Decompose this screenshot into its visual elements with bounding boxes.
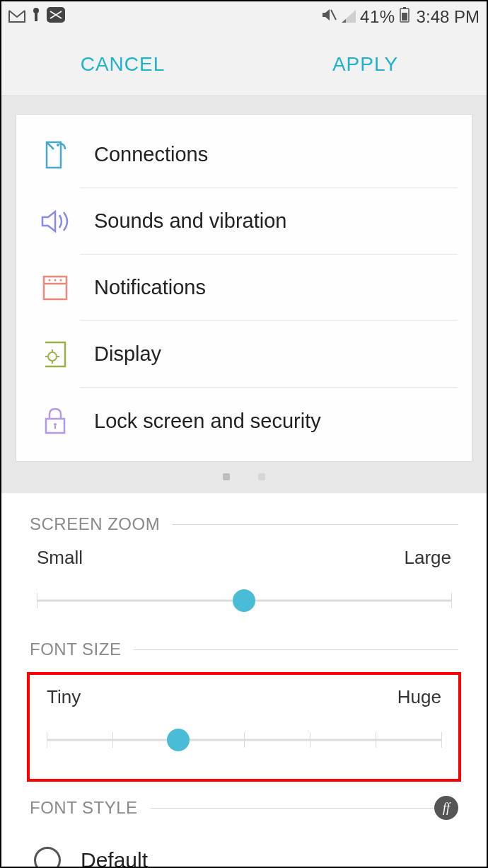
font-size-min-label: Tiny [47,686,81,708]
preview-item-connections: Connections [16,122,472,188]
battery-icon [400,7,409,27]
svg-point-10 [49,279,51,282]
gmail-icon [8,7,25,27]
font-style-option-default[interactable]: Default [30,833,458,868]
font-style-header: FONT STYLE ff [30,796,458,820]
preview-label: Notifications [80,255,458,321]
display-icon [30,340,80,369]
notifications-icon [30,274,80,302]
preview-pager [16,462,472,480]
signal-icon [342,7,356,27]
apply-button[interactable]: APPLY [244,33,487,96]
svg-line-3 [331,10,336,20]
app-icon [47,7,65,27]
svg-point-13 [48,352,57,361]
status-bar: 41% 3:48 PM [1,1,487,33]
svg-rect-6 [402,13,407,21]
preview-label: Lock screen and security [80,388,458,454]
screen-zoom-header: SCREEN ZOOM [30,514,458,534]
cancel-button[interactable]: CANCEL [1,33,244,96]
font-size-slider[interactable] [47,729,441,751]
preview-label: Display [80,321,458,388]
preview-card: Connections Sounds and vibration Notific… [16,114,472,462]
sound-icon [30,208,80,235]
pager-dot[interactable] [258,473,265,480]
mute-icon [320,7,337,27]
preview-item-lock: Lock screen and security [16,388,472,454]
slider-thumb[interactable] [167,729,190,751]
pager-dot[interactable] [223,473,230,480]
font-size-highlight: Tiny Huge [27,672,461,782]
font-size-header: FONT SIZE [30,640,458,659]
preview-item-sounds: Sounds and vibration [16,188,472,255]
lock-icon [30,406,80,436]
svg-rect-5 [403,7,406,9]
screen-zoom-slider[interactable] [37,590,451,611]
radio-unchecked-icon[interactable] [34,847,61,868]
preview-label: Connections [80,122,458,188]
zoom-min-label: Small [37,547,83,569]
clock-time: 3:48 PM [417,7,480,27]
svg-point-11 [54,279,57,282]
section-title: SCREEN ZOOM [30,514,160,534]
preview-label: Sounds and vibration [80,188,458,255]
section-title: FONT STYLE [30,798,138,818]
section-title: FONT SIZE [30,640,121,659]
preview-item-display: Display [16,321,472,388]
data-icon [30,139,80,170]
action-bar: CANCEL APPLY [1,33,487,96]
preview-panel: Connections Sounds and vibration Notific… [1,96,487,493]
font-size-max-label: Huge [397,686,441,708]
svg-point-7 [57,144,59,146]
key-icon [31,7,41,27]
svg-point-19 [54,423,57,426]
slider-thumb[interactable] [233,589,255,612]
svg-point-12 [60,279,62,282]
battery-percentage: 41% [360,7,395,27]
screen-zoom-group: Small Large [30,547,458,640]
preview-item-notifications: Notifications [16,255,472,321]
svg-rect-1 [35,13,37,21]
zoom-max-label: Large [405,547,452,569]
font-style-label: Default [81,848,148,868]
font-flip-icon[interactable]: ff [434,796,458,820]
svg-point-0 [33,8,39,13]
